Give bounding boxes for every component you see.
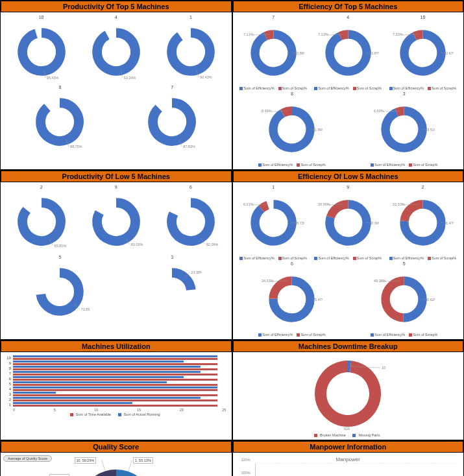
svg-text:620: 620: [344, 427, 350, 431]
header-qs: Quality Score: [1, 441, 232, 453]
svg-text:23.38%: 23.38%: [191, 270, 202, 274]
donut-eff-machine-9: 9 20.00% 80.00% Sum of Efficiency%Sum of…: [312, 185, 384, 260]
donut-eff-machine-6: 6 24.53% 75.47% Sum of Efficiency%Sum of…: [256, 261, 328, 337]
svg-text:6.21%: 6.21%: [243, 202, 254, 206]
header-eff-low: Efficiency Of Low 5 Machines: [233, 171, 464, 182]
svg-text:92.67%: 92.67%: [444, 51, 454, 55]
header-mp: Manpower Information: [233, 441, 464, 453]
svg-text:75.47%: 75.47%: [313, 298, 323, 302]
util-row-8: 8: [6, 366, 226, 370]
header-dt: Machines Downtime Breakup: [233, 340, 464, 352]
panel-prod-top: 10 95.43% 4 92.24% 1 90.43% 8 88.75% 7: [1, 12, 232, 156]
header-prod-top: Productivity Of Top 5 Machines: [1, 1, 232, 12]
donut-eff-machine-4: 4 7.13% 92.87% Sum of Efficiency%Sum of …: [312, 15, 384, 90]
svg-text:49.38%: 49.38%: [374, 279, 386, 283]
donut-machine-10: 10 95.43%: [12, 15, 71, 84]
svg-text:23.53%: 23.53%: [393, 202, 405, 206]
panel-prod-low: 2 85.81% 9 83.03% 6 82.09% 5 72.89% 3 2: [1, 182, 232, 326]
donut-machine-1: 1 90.43%: [161, 15, 221, 84]
panel-qs: Average of Quality Score 1, 55.13%2, 56.…: [1, 453, 232, 476]
donut-machine-2: 2 85.81%: [12, 185, 71, 254]
util-row-7: 7: [6, 371, 226, 375]
donut-eff-machine-5: 5 49.38% 50.62% Sum of Efficiency%Sum of…: [369, 261, 440, 337]
svg-line-72: [102, 460, 105, 471]
svg-text:87.83%: 87.83%: [183, 145, 195, 149]
svg-text:80.00%: 80.00%: [369, 221, 379, 225]
donut-eff-machine-7: 7 7.11% 92.89% Sum of Efficiency%Sum of …: [238, 15, 309, 90]
svg-text:95.43%: 95.43%: [46, 76, 58, 80]
svg-text:82.09%: 82.09%: [206, 243, 219, 246]
donut-machine-5: 5 72.89%: [30, 255, 90, 324]
svg-text:50.62%: 50.62%: [425, 298, 435, 302]
header-eff-top: Efficiency Of Top 5 Machines: [233, 1, 464, 12]
svg-text:10: 10: [382, 366, 385, 370]
svg-text:88.73%: 88.73%: [295, 221, 304, 225]
donut-machine-9: 9 83.03%: [86, 185, 146, 254]
util-row-9: 9: [6, 361, 226, 365]
panel-eff-low: 1 6.21% 88.73% Sum of Efficiency%Sum of …: [233, 182, 464, 339]
mp-chart-title: Manpower: [241, 457, 456, 462]
util-row-6: 6: [6, 376, 226, 381]
panel-mp: Manpower 0% 20% 40% 60% 80% 100% 120% To…: [233, 453, 464, 476]
svg-text:6.50%: 6.50%: [374, 109, 384, 113]
util-x-axis: 0510152025: [13, 408, 226, 412]
svg-text:90.43%: 90.43%: [200, 75, 212, 79]
svg-text:7.33%: 7.33%: [393, 32, 403, 36]
svg-line-63: [128, 460, 132, 471]
svg-text:7.11%: 7.11%: [243, 32, 254, 36]
donut-eff-machine-8: 8 8.49% 91.89% Sum of Efficiency%Sum of …: [256, 91, 328, 167]
svg-text:24.53%: 24.53%: [262, 279, 274, 283]
svg-text:92.87%: 92.87%: [369, 51, 379, 55]
svg-text:83.03%: 83.03%: [130, 243, 143, 246]
util-row-5: 5: [6, 381, 226, 386]
svg-text:92.24%: 92.24%: [124, 76, 136, 80]
panel-eff-top: 7 7.11% 92.89% Sum of Efficiency%Sum of …: [233, 12, 464, 169]
svg-text:93.51%: 93.51%: [425, 128, 435, 132]
header-util: Machines Utilization: [1, 340, 232, 352]
dt-legend: Broken Machine Missing Parts: [312, 433, 384, 437]
quality-avg-button[interactable]: Average of Quality Score: [3, 455, 52, 462]
downtime-donut: 10 620: [289, 355, 406, 433]
util-row-4: 4: [6, 387, 226, 391]
svg-text:8.49%: 8.49%: [262, 109, 272, 113]
svg-text:72.89%: 72.89%: [81, 307, 90, 311]
panel-dt: 10 620 Broken Machine Missing Parts: [233, 352, 464, 440]
svg-text:85.81%: 85.81%: [54, 244, 66, 248]
qs-label-1: 1, 55.13%: [133, 457, 153, 464]
header-prod-low: Productivity Of Low 5 Machines: [1, 171, 232, 182]
util-row-10: 10: [6, 355, 226, 360]
donut-eff-machine-3: 3 6.50% 93.51% Sum of Efficiency%Sum of …: [369, 91, 440, 167]
svg-text:92.89%: 92.89%: [295, 51, 304, 55]
donut-eff-machine-10: 10 7.33% 92.67% Sum of Efficiency%Sum of…: [387, 15, 459, 90]
donut-eff-machine-2: 2 23.53% 76.47% Sum of Efficiency%Sum of…: [387, 185, 459, 260]
util-legend: Sum of Time Available Sum of Actual Runn…: [6, 412, 226, 416]
util-row-3: 3: [6, 392, 226, 396]
util-row-2: 2: [6, 397, 226, 401]
util-row-1: 1: [6, 402, 226, 407]
donut-machine-7: 7 87.83%: [142, 85, 202, 154]
qs-label-10: 10, 50.29%: [75, 457, 97, 464]
svg-text:76.47%: 76.47%: [444, 221, 454, 225]
svg-text:20.00%: 20.00%: [318, 202, 330, 206]
donut-machine-3: 3 23.38%: [142, 255, 202, 324]
svg-text:7.13%: 7.13%: [318, 32, 328, 36]
donut-machine-8: 8 88.75%: [30, 85, 90, 154]
donut-machine-6: 6 82.09%: [161, 185, 221, 254]
svg-text:91.89%: 91.89%: [313, 128, 323, 132]
panel-util: 10 9 8 7 6: [1, 352, 232, 419]
donut-machine-4: 4 92.24%: [86, 15, 146, 84]
mp-chart: 0% 20% 40% 60% 80% 100% 120%: [255, 464, 456, 476]
svg-text:88.75%: 88.75%: [70, 145, 82, 149]
donut-eff-machine-1: 1 6.21% 88.73% Sum of Efficiency%Sum of …: [238, 185, 309, 260]
